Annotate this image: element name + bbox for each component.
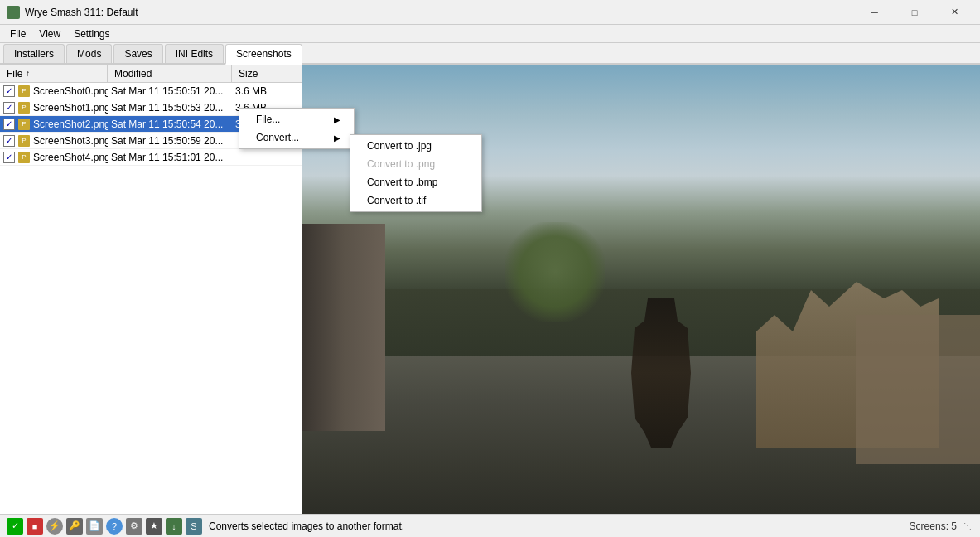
tab-mods[interactable]: Mods <box>66 44 112 63</box>
menu-view[interactable]: View <box>32 27 67 41</box>
file-name-1: P ScreenShot1.png <box>0 100 108 115</box>
tab-screenshots[interactable]: Screenshots <box>225 44 302 65</box>
status-icon-arrow-dl[interactable]: ↓ <box>166 518 182 535</box>
ctx-convert-jpg[interactable]: Convert to .jpg <box>350 137 481 155</box>
close-button[interactable]: ✕ <box>935 0 973 25</box>
file-icon-3: P <box>18 135 30 147</box>
menu-bar: File View Settings <box>0 25 980 43</box>
context-menu-level2: Convert to .jpg Convert to .png Convert … <box>350 134 482 212</box>
title-bar: Wrye Smash 311: Default ─ □ ✕ <box>0 0 980 25</box>
app-icon <box>7 6 20 19</box>
status-text: Converts selected images to another form… <box>209 520 903 532</box>
window-controls: ─ □ ✕ <box>856 0 973 25</box>
tab-bar: Installers Mods Saves INI Edits Screensh… <box>0 43 980 65</box>
status-icon-stop[interactable]: ■ <box>27 518 43 535</box>
menu-settings[interactable]: Settings <box>67 27 116 41</box>
context-menu-level1: File... ▶ Convert... ▶ <box>239 108 355 149</box>
preview-area <box>302 65 980 514</box>
ctx-convert-tif[interactable]: Convert to .tif <box>350 191 481 210</box>
status-icon-steam[interactable]: S <box>186 518 202 535</box>
minimize-button[interactable]: ─ <box>856 0 894 25</box>
file-name-2: P ScreenShot2.png <box>0 117 108 132</box>
status-icon-gear[interactable]: ⚙ <box>126 518 142 535</box>
file-icon-0: P <box>18 85 30 97</box>
file-list-header: File ↑ Modified Size <box>0 65 302 83</box>
preview-background <box>302 65 980 514</box>
status-icon-info[interactable]: ? <box>106 518 123 535</box>
tab-installers[interactable]: Installers <box>3 44 65 63</box>
maximize-button[interactable]: □ <box>896 0 934 25</box>
file-modified-2: Sat Mar 11 15:50:54 20... <box>108 117 232 132</box>
ctx-file-arrow: ▶ <box>334 115 340 124</box>
file-row-4[interactable]: P ScreenShot4.png Sat Mar 11 15:51:01 20… <box>0 149 302 166</box>
status-icon-key[interactable]: 🔑 <box>66 518 83 535</box>
title-text: Wrye Smash 311: Default <box>25 7 856 18</box>
ctx-convert-png: Convert to .png <box>350 155 481 173</box>
file-size-0: 3.6 MB <box>232 84 290 99</box>
status-icon-check[interactable]: ✓ <box>7 518 23 535</box>
file-modified-4: Sat Mar 11 15:51:01 20... <box>108 150 232 165</box>
file-checkbox-0[interactable] <box>3 85 15 97</box>
status-icon-bolt[interactable]: ⚡ <box>46 518 63 535</box>
main-content: File ↑ Modified Size P ScreenShot0.png S… <box>0 65 980 514</box>
file-icon-2: P <box>18 119 30 130</box>
screens-info: Screens: 5 <box>910 520 957 532</box>
status-icons: ✓ ■ ⚡ 🔑 📄 ? ⚙ ★ ↓ S <box>7 518 202 535</box>
column-header-file[interactable]: File ↑ <box>0 65 108 82</box>
file-checkbox-1[interactable] <box>3 102 15 114</box>
file-icon-4: P <box>18 152 30 163</box>
file-row-0[interactable]: P ScreenShot0.png Sat Mar 11 15:50:51 20… <box>0 83 302 99</box>
column-header-modified[interactable]: Modified <box>108 65 232 82</box>
column-header-size[interactable]: Size <box>232 65 290 82</box>
file-icon-1: P <box>18 102 30 114</box>
file-checkbox-3[interactable] <box>3 135 15 147</box>
file-checkbox-4[interactable] <box>3 152 15 163</box>
ctx-convert-bmp[interactable]: Convert to .bmp <box>350 173 481 191</box>
resize-grip[interactable]: ⋱ <box>963 521 973 530</box>
menu-file[interactable]: File <box>3 27 32 41</box>
tab-ini-edits[interactable]: INI Edits <box>165 44 224 63</box>
file-name-4: P ScreenShot4.png <box>0 150 108 165</box>
ctx-convert-item[interactable]: Convert... ▶ <box>239 128 354 147</box>
file-size-4 <box>232 156 290 159</box>
file-modified-3: Sat Mar 11 15:50:59 20... <box>108 133 232 148</box>
file-name-0: P ScreenShot0.png <box>0 84 108 99</box>
file-modified-1: Sat Mar 11 15:50:53 20... <box>108 100 232 115</box>
tab-saves[interactable]: Saves <box>113 44 162 63</box>
ctx-convert-arrow: ▶ <box>334 133 340 143</box>
status-icon-star[interactable]: ★ <box>146 518 162 535</box>
ctx-file-item[interactable]: File... ▶ <box>239 110 354 128</box>
status-icon-doc[interactable]: 📄 <box>86 518 103 535</box>
file-name-3: P ScreenShot3.png <box>0 133 108 148</box>
file-checkbox-2[interactable] <box>3 119 15 130</box>
file-modified-0: Sat Mar 11 15:50:51 20... <box>108 84 232 99</box>
status-bar: ✓ ■ ⚡ 🔑 📄 ? ⚙ ★ ↓ S Converts selected im… <box>0 514 980 537</box>
